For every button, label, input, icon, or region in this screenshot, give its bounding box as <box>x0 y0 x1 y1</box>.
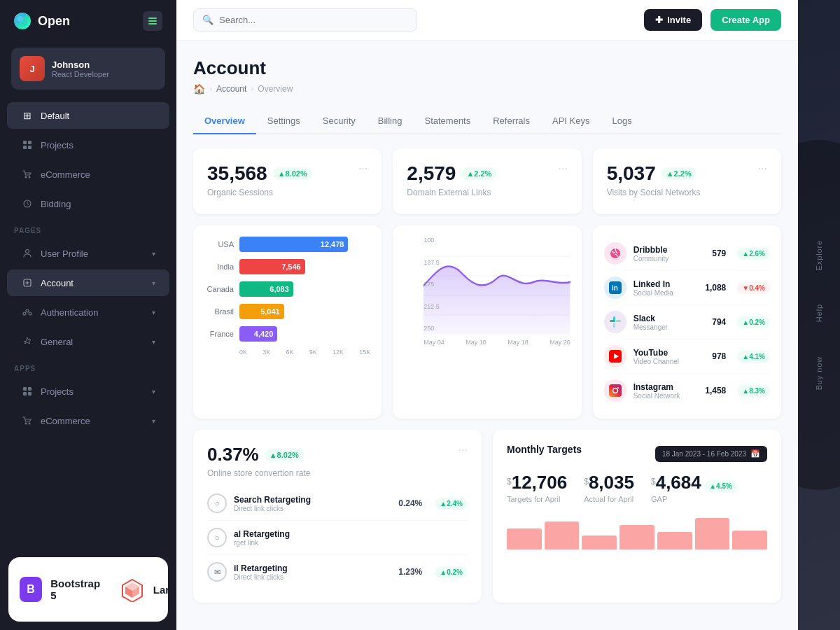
sidebar-item-user-profile[interactable]: User Profile ▾ <box>7 240 169 267</box>
projects-icon <box>21 139 34 151</box>
svg-rect-7 <box>23 146 27 149</box>
svg-rect-33 <box>610 320 615 322</box>
svg-text:in: in <box>612 284 618 292</box>
create-app-button[interactable]: Create App <box>710 9 781 31</box>
tab-settings[interactable]: Settings <box>256 108 312 134</box>
stat-menu[interactable]: ··· <box>358 162 368 175</box>
line-chart-card: 250212.5175137.5100 <box>393 225 581 419</box>
tab-security[interactable]: Security <box>312 108 367 134</box>
conversion-badge: ▲8.02% <box>265 449 304 461</box>
chevron-down-icon: ▾ <box>152 338 155 346</box>
stat-menu[interactable]: ··· <box>758 162 767 175</box>
breadcrumb-account[interactable]: Account <box>216 84 246 94</box>
instagram-info: Instagram Social Network <box>634 382 699 400</box>
tab-overview[interactable]: Overview <box>193 108 256 134</box>
linkedin-info: Linked In Social Media <box>634 279 699 297</box>
sidebar-item-default[interactable]: ⊞ Default <box>7 102 169 129</box>
default-icon: ⊞ <box>21 109 34 122</box>
social-item-slack: Slack Messanger 794 ▲0.2% <box>604 305 770 340</box>
svg-rect-4 <box>148 23 157 24</box>
chevron-down-icon: ▾ <box>152 388 155 396</box>
svg-rect-2 <box>148 18 157 19</box>
mini-bar-chart <box>507 514 767 550</box>
sidebar-item-label: Account <box>41 278 74 288</box>
sidebar-item-label: User Profile <box>41 248 88 259</box>
retargeting-2-icon: ○ <box>207 528 227 547</box>
bootstrap-promo: B Bootstrap 5 <box>20 577 103 602</box>
search-input[interactable] <box>219 15 408 25</box>
bar-row-canada: Canada 6,083 <box>204 281 370 297</box>
user-info: Johnson React Developer <box>52 59 157 78</box>
page-header: Account 🏠 › Account › Overview <box>193 57 781 94</box>
laravel-promo: Laravel <box>120 577 176 602</box>
sidebar-item-projects[interactable]: Projects <box>7 132 169 158</box>
stat-menu[interactable]: ··· <box>558 162 567 175</box>
user-card[interactable]: J Johnson React Developer <box>11 48 165 90</box>
buy-now-label[interactable]: Buy now <box>809 348 829 398</box>
sidebar-item-account[interactable]: Account ▾ <box>7 270 169 296</box>
search-icon: 🔍 <box>202 15 214 25</box>
help-label[interactable]: Help <box>809 295 829 330</box>
svg-rect-20 <box>28 392 31 396</box>
sidebar-item-label: General <box>41 337 73 347</box>
svg-rect-34 <box>616 320 621 322</box>
tab-api-keys[interactable]: API Keys <box>541 108 601 134</box>
logo-left: Open <box>14 13 70 29</box>
breadcrumb-current: Overview <box>258 84 293 94</box>
ecommerce-app-icon <box>21 414 34 427</box>
stat-value: 2,579 <box>407 162 456 185</box>
laravel-icon <box>120 577 145 602</box>
linkedin-change: ▼0.4% <box>737 282 770 294</box>
target-april: $12,706 Targets for April <box>507 472 567 503</box>
sidebar-item-general[interactable]: General ▾ <box>7 328 169 355</box>
svg-point-1 <box>22 20 27 26</box>
stat-card-sessions: 35,568 ▲8.02% Organic Sessions ··· <box>193 148 382 214</box>
svg-rect-17 <box>23 387 27 391</box>
user-profile-icon <box>21 247 34 260</box>
svg-rect-3 <box>148 20 157 22</box>
targets-title: Monthly Targets <box>507 444 582 455</box>
breadcrumb: 🏠 › Account › Overview <box>193 83 781 94</box>
slack-icon <box>604 311 626 333</box>
stat-label: Domain External Links <box>407 188 496 197</box>
bar-row-india: India 7,546 <box>204 259 370 274</box>
retargeting-item-search: ○ Search Retargeting Direct link clicks … <box>207 486 468 521</box>
search-box[interactable]: 🔍 <box>193 8 417 31</box>
sidebar-toggle[interactable] <box>143 11 162 31</box>
stat-badge-up: ▲2.2% <box>461 167 496 180</box>
sidebar-item-ecommerce-app[interactable]: eCommerce ▾ <box>7 407 169 434</box>
invite-button[interactable]: ✚ Invite <box>644 9 702 31</box>
stat-label: Visits by Social Networks <box>607 188 701 197</box>
sidebar-item-projects-app[interactable]: Projects ▾ <box>7 378 169 405</box>
explore-label[interactable]: Explore <box>809 232 829 279</box>
sidebar-item-authentication[interactable]: Authentication ▾ <box>7 299 169 326</box>
tab-statements[interactable]: Statements <box>413 108 482 134</box>
gap-change: ▲4.5% <box>704 480 737 492</box>
logo-icon <box>14 13 31 29</box>
bootstrap-text: Bootstrap 5 <box>50 578 103 601</box>
social-item-instagram: Instagram Social Network 1,458 ▲8.3% <box>604 374 770 407</box>
stat-badge-up: ▲2.2% <box>662 167 696 180</box>
stat-label: Organic Sessions <box>207 188 312 197</box>
slack-change: ▲0.2% <box>737 316 770 328</box>
sidebar-item-bidding[interactable]: Bidding <box>7 190 169 217</box>
line-chart-y-axis: 250212.5175137.5100 <box>424 237 440 332</box>
content-area: Account 🏠 › Account › Overview Overview … <box>176 41 798 630</box>
chevron-down-icon: ▾ <box>152 279 155 287</box>
stats-grid: 35,568 ▲8.02% Organic Sessions ··· 2,579… <box>193 148 781 214</box>
header: 🔍 ✚ Invite Create App <box>176 0 798 41</box>
conversion-menu[interactable]: ··· <box>458 444 468 456</box>
instagram-icon <box>604 379 626 402</box>
bar-canada: 6,083 <box>239 281 293 297</box>
right-panel: Explore Help Buy now <box>798 0 840 630</box>
stat-card-social: 5,037 ▲2.2% Visits by Social Networks ··… <box>593 148 781 214</box>
dribbble-info: Dribbble Community <box>634 245 706 262</box>
tab-logs[interactable]: Logs <box>601 108 643 134</box>
actual-april: $8,035 Actual for April <box>584 472 634 503</box>
tab-referrals[interactable]: Referrals <box>482 108 541 134</box>
tab-billing[interactable]: Billing <box>367 108 414 134</box>
bar-usa: 12,478 <box>239 237 348 252</box>
sidebar-item-ecommerce[interactable]: eCommerce <box>7 161 169 188</box>
bar-row-france: France 4,420 <box>204 326 370 342</box>
bar-axis: 0K3K6K9K12K15K <box>204 349 370 356</box>
